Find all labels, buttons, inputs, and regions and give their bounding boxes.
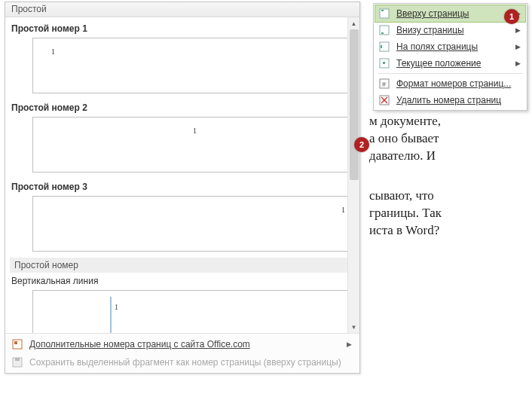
page-number-gallery: Простой Простой номер 1 1 Простой номер … [5, 2, 360, 374]
remove-icon [378, 94, 390, 106]
submenu-arrow-icon: ▶ [347, 341, 352, 348]
gallery-header: Простой [5, 2, 359, 17]
menu-label: Формат номеров страниц... [396, 78, 511, 89]
gallery-item-label: Простой номер 2 [10, 99, 355, 115]
menu-label: Внизу страницы [396, 25, 464, 35]
gallery-item-preview-left[interactable]: 1 [32, 38, 359, 93]
menu-label: На полях страницы [396, 41, 478, 52]
gallery-item-preview-vline[interactable]: 1 [32, 290, 359, 333]
vertical-line-decoration [110, 297, 112, 333]
office-icon [11, 338, 23, 350]
doc-line: иста в Word? [369, 222, 505, 240]
doc-line: границы. Так [369, 205, 505, 222]
footer-label: Сохранить выделенный фрагмент как номер … [29, 357, 341, 368]
save-selection-as-page-number: Сохранить выделенный фрагмент как номер … [5, 353, 359, 371]
menu-label: Текущее положение [396, 58, 481, 69]
page-number-sample: 1 [193, 127, 197, 135]
menu-format-page-numbers[interactable]: # Формат номеров страниц... [375, 75, 525, 92]
gallery-item-preview-right[interactable]: 1 [32, 196, 359, 252]
svg-rect-11 [383, 62, 385, 64]
format-icon: # [378, 78, 390, 90]
doc-line: сывают, что [369, 188, 505, 205]
submenu-arrow-icon: ▶ [515, 43, 521, 50]
document-background-text: м документе, а оно бывает давателю. И сы… [369, 113, 505, 240]
menu-current-position[interactable]: Текущее положение ▶ [375, 55, 525, 72]
page-number-sample: 1 [115, 303, 118, 311]
gallery-footer: Дополнительные номера страниц с сайта Of… [5, 333, 359, 373]
page-top-icon [378, 8, 390, 20]
doc-line: м документе, [369, 113, 505, 130]
menu-remove-page-numbers[interactable]: Удалить номера страниц [375, 92, 525, 108]
svg-rect-7 [381, 32, 384, 34]
gallery-item-label: Вертикальная линия [10, 273, 355, 289]
page-margins-icon [378, 41, 390, 53]
submenu-arrow-icon: ▶ [515, 26, 521, 34]
menu-bottom-of-page[interactable]: Внизу страницы ▶ [375, 22, 525, 38]
scroll-thumb[interactable] [350, 29, 359, 180]
page-bottom-icon [378, 24, 390, 36]
menu-separator [378, 73, 522, 74]
gallery-scrollbar[interactable]: ▲ ▼ [347, 17, 359, 333]
svg-rect-6 [380, 26, 389, 35]
gallery-item-label: Простой номер 3 [10, 179, 355, 194]
svg-text:#: # [382, 81, 386, 88]
annotation-bullet-2: 2 [354, 137, 369, 152]
doc-line: давателю. И [369, 148, 505, 165]
gallery-item-label: Простой номер 1 [10, 20, 355, 36]
page-number-sample: 1 [51, 47, 55, 56]
gallery-body: Простой номер 1 1 Простой номер 2 1 Прос… [5, 17, 359, 333]
menu-top-of-page[interactable]: Вверху страницы ▶ [375, 5, 525, 22]
save-icon [11, 356, 23, 368]
menu-page-margins[interactable]: На полях страницы ▶ [375, 38, 525, 55]
submenu-arrow-icon: ▶ [515, 60, 521, 67]
doc-line: а оно бывает [369, 130, 505, 148]
svg-rect-9 [381, 45, 382, 48]
scroll-down-button[interactable]: ▼ [348, 321, 359, 333]
svg-rect-1 [14, 341, 17, 344]
page-current-icon [378, 57, 390, 69]
annotation-bullet-1: 1 [504, 9, 519, 24]
footer-label: Дополнительные номера страниц с сайта Of… [29, 339, 250, 350]
gallery-item-preview-center[interactable]: 1 [32, 117, 359, 173]
menu-label: Удалить номера страниц [396, 95, 501, 105]
page-number-sample: 1 [341, 206, 345, 214]
gallery-section-header: Простой номер [10, 258, 355, 273]
more-page-numbers-office[interactable]: Дополнительные номера страниц с сайта Of… [5, 335, 359, 353]
menu-label: Вверху страницы [396, 8, 469, 19]
svg-rect-4 [380, 9, 389, 18]
svg-rect-5 [381, 10, 384, 11]
scroll-up-button[interactable]: ▲ [348, 17, 359, 29]
svg-rect-3 [15, 358, 20, 361]
